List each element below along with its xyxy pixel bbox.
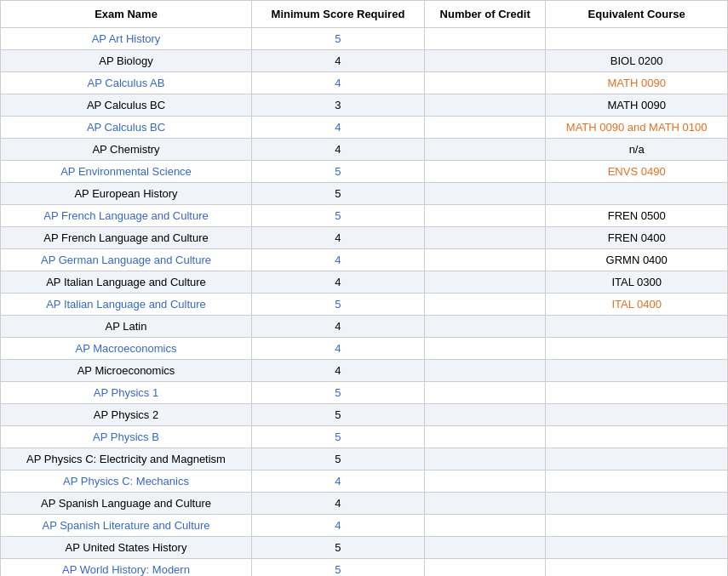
- cell-exam-name: AP Calculus BC: [1, 94, 252, 117]
- cell-equiv-course: [546, 338, 728, 360]
- cell-exam-name: AP Calculus AB: [1, 72, 252, 94]
- cell-exam-name: AP Italian Language and Culture: [1, 271, 252, 294]
- table-row: AP Calculus BC3MATH 0090: [1, 94, 728, 117]
- cell-exam-name: AP Latin: [1, 316, 252, 338]
- cell-credits: [424, 249, 545, 271]
- table-row: AP Physics B5: [1, 426, 728, 448]
- header-equiv-course: Equivalent Course: [546, 1, 728, 28]
- cell-credits: [424, 316, 545, 338]
- table-row: AP Spanish Literature and Culture4: [1, 515, 728, 537]
- table-row: AP Latin4: [1, 316, 728, 338]
- cell-exam-name: AP Spanish Language and Culture: [1, 493, 252, 515]
- cell-equiv-course: [546, 470, 728, 493]
- cell-exam-name: AP Physics 2: [1, 404, 252, 426]
- table-row: AP Environmental Science5ENVS 0490: [1, 161, 728, 183]
- cell-equiv-course: [546, 183, 728, 205]
- header-exam-name: Exam Name: [1, 1, 252, 28]
- table-row: AP Physics 25: [1, 404, 728, 426]
- table-row: AP Italian Language and Culture4ITAL 030…: [1, 271, 728, 294]
- table-row: AP French Language and Culture5FREN 0500: [1, 205, 728, 227]
- table-row: AP Physics C: Mechanics4: [1, 470, 728, 493]
- cell-min-score: 4: [252, 360, 425, 382]
- cell-min-score: 5: [252, 161, 425, 183]
- cell-exam-name: AP World History: Modern: [1, 559, 252, 577]
- cell-min-score: 5: [252, 382, 425, 404]
- cell-exam-name: AP Art History: [1, 28, 252, 50]
- cell-min-score: 3: [252, 94, 425, 117]
- cell-credits: [424, 205, 545, 227]
- cell-credits: [424, 470, 545, 493]
- cell-credits: [424, 294, 545, 316]
- table-row: AP German Language and Culture4GRMN 0400: [1, 249, 728, 271]
- cell-exam-name: AP Biology: [1, 50, 252, 72]
- cell-min-score: 4: [252, 515, 425, 537]
- cell-equiv-course: [546, 28, 728, 50]
- cell-credits: [424, 448, 545, 470]
- cell-min-score: 4: [252, 227, 425, 249]
- table-row: AP Chemistry4n/a: [1, 139, 728, 161]
- cell-equiv-course: [546, 493, 728, 515]
- cell-equiv-course: ENVS 0490: [546, 161, 728, 183]
- cell-credits: [424, 161, 545, 183]
- cell-min-score: 5: [252, 448, 425, 470]
- table-row: AP Calculus AB4MATH 0090: [1, 72, 728, 94]
- cell-equiv-course: [546, 559, 728, 577]
- cell-credits: [424, 515, 545, 537]
- cell-exam-name: AP Spanish Literature and Culture: [1, 515, 252, 537]
- cell-min-score: 5: [252, 537, 425, 559]
- cell-credits: [424, 404, 545, 426]
- cell-min-score: 4: [252, 117, 425, 139]
- table-row: AP French Language and Culture4FREN 0400: [1, 227, 728, 249]
- cell-exam-name: AP Italian Language and Culture: [1, 294, 252, 316]
- cell-credits: [424, 28, 545, 50]
- table-row: AP Italian Language and Culture5ITAL 040…: [1, 294, 728, 316]
- cell-exam-name: AP Calculus BC: [1, 117, 252, 139]
- cell-min-score: 4: [252, 470, 425, 493]
- table-row: AP Physics 15: [1, 382, 728, 404]
- cell-min-score: 5: [252, 183, 425, 205]
- cell-equiv-course: ITAL 0400: [546, 294, 728, 316]
- cell-exam-name: AP Chemistry: [1, 139, 252, 161]
- cell-equiv-course: [546, 515, 728, 537]
- cell-exam-name: AP French Language and Culture: [1, 205, 252, 227]
- table-row: AP Microeconomics4: [1, 360, 728, 382]
- cell-equiv-course: MATH 0090 and MATH 0100: [546, 117, 728, 139]
- cell-equiv-course: [546, 360, 728, 382]
- cell-equiv-course: GRMN 0400: [546, 249, 728, 271]
- cell-min-score: 5: [252, 205, 425, 227]
- table-row: AP Calculus BC4MATH 0090 and MATH 0100: [1, 117, 728, 139]
- cell-equiv-course: [546, 404, 728, 426]
- cell-min-score: 4: [252, 493, 425, 515]
- cell-credits: [424, 94, 545, 117]
- cell-exam-name: AP German Language and Culture: [1, 249, 252, 271]
- cell-exam-name: AP French Language and Culture: [1, 227, 252, 249]
- table-row: AP World History: Modern5: [1, 559, 728, 577]
- cell-exam-name: AP Physics C: Mechanics: [1, 470, 252, 493]
- cell-credits: [424, 493, 545, 515]
- table-row: AP United States History5: [1, 537, 728, 559]
- cell-credits: [424, 360, 545, 382]
- cell-equiv-course: [546, 316, 728, 338]
- cell-equiv-course: [546, 426, 728, 448]
- cell-min-score: 4: [252, 249, 425, 271]
- cell-equiv-course: FREN 0400: [546, 227, 728, 249]
- cell-credits: [424, 50, 545, 72]
- cell-equiv-course: [546, 448, 728, 470]
- cell-credits: [424, 426, 545, 448]
- table-header-row: Exam Name Minimum Score Required Number …: [1, 1, 728, 28]
- cell-credits: [424, 382, 545, 404]
- table-row: AP Macroeconomics4: [1, 338, 728, 360]
- cell-exam-name: AP Macroeconomics: [1, 338, 252, 360]
- ap-credits-table: Exam Name Minimum Score Required Number …: [0, 0, 728, 576]
- cell-credits: [424, 183, 545, 205]
- table-row: AP Biology4BIOL 0200: [1, 50, 728, 72]
- cell-min-score: 5: [252, 28, 425, 50]
- cell-exam-name: AP Environmental Science: [1, 161, 252, 183]
- cell-min-score: 4: [252, 271, 425, 294]
- cell-min-score: 4: [252, 139, 425, 161]
- cell-min-score: 5: [252, 559, 425, 577]
- cell-exam-name: AP European History: [1, 183, 252, 205]
- table-row: AP Physics C: Electricity and Magnetism5: [1, 448, 728, 470]
- cell-exam-name: AP Microeconomics: [1, 360, 252, 382]
- cell-equiv-course: MATH 0090: [546, 94, 728, 117]
